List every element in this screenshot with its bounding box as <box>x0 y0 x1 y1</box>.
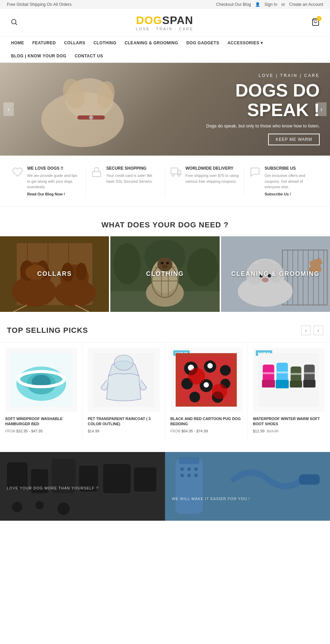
feature-delivery: WORLDWIDE DELIVERY Free shipping over $7… <box>165 166 244 196</box>
cleaning-label: CLEANING & GROOMING <box>221 236 330 312</box>
logo-text: DOGSPAN <box>136 14 194 27</box>
svg-line-1 <box>15 23 17 25</box>
checkout-blog-link[interactable]: Checkout Our Blog <box>216 2 251 7</box>
old-price-4: $19.99 <box>267 429 278 433</box>
product-name-2: PET TRANSPARENT RAINCOAT ( 3 COLOR OUTLI… <box>88 416 160 427</box>
svg-rect-9 <box>92 172 101 177</box>
top-selling-arrows: ‹ › <box>301 326 323 335</box>
product-card-2[interactable]: PET TRANSPARENT RAINCOAT ( 3 COLOR OUTLI… <box>82 342 165 438</box>
collars-label: COLLARS <box>0 236 109 312</box>
site-logo[interactable]: DOGSPAN LOVE · TRAIN · CARE <box>136 14 194 31</box>
svg-rect-93 <box>276 380 289 388</box>
cart-icon-wrap[interactable]: 0 <box>311 18 320 27</box>
product-name-3: BLACK AND RED CARTOON PUG DOG BEDDING <box>170 416 242 427</box>
truck-icon <box>170 167 182 180</box>
svg-rect-100 <box>291 373 301 375</box>
feature-title-1: WE LOVE DOGS !! <box>27 166 80 171</box>
search-icon-wrap[interactable] <box>10 18 18 27</box>
heart-icon <box>12 167 23 180</box>
feature-title-2: SECURE SHOPPING <box>106 166 160 171</box>
product-price-2: $14.99 <box>88 429 160 433</box>
top-bar: Free Global Shipping On All Orders. Chec… <box>0 0 330 9</box>
nav-collars[interactable]: COLLARS <box>60 36 89 49</box>
nav-clothing[interactable]: CLOTHING <box>89 36 121 49</box>
nav-cleaning[interactable]: CLEANING & GROOMING <box>121 36 183 49</box>
site-header: DOGSPAN LOVE · TRAIN · CARE 0 <box>0 9 330 36</box>
svg-rect-101 <box>304 372 315 374</box>
hero-prev-arrow[interactable]: ‹ <box>3 102 14 116</box>
feature-text-1: We are provide guide and tips to get alo… <box>27 173 80 190</box>
sign-in-link[interactable]: Sign In <box>264 2 277 7</box>
product-card-4[interactable]: SAVE $7 <box>248 342 330 438</box>
svg-point-110 <box>35 501 44 509</box>
nav-accessories[interactable]: ACCESSORIES ▾ <box>223 36 267 49</box>
product-placeholder-3 <box>170 348 242 412</box>
nav-blog[interactable]: BLOG | KNOW YOUR DOG <box>7 49 70 63</box>
ts-prev-arrow[interactable]: ‹ <box>301 326 311 335</box>
svg-point-8 <box>89 115 93 120</box>
nav-featured[interactable]: FEATURED <box>28 36 60 49</box>
hero-content: LOVE | TRAIN | CARE DOGS DOSPEAK ! Dogs … <box>206 73 320 145</box>
hero-subtitle: LOVE | TRAIN | CARE <box>206 73 320 78</box>
svg-rect-107 <box>103 464 131 493</box>
feature-link-4[interactable]: Subscribe Us ! <box>265 192 318 196</box>
product-price-4: $12.99 $19.99 <box>253 429 325 433</box>
svg-point-0 <box>12 20 16 24</box>
top-selling-title: TOP SELLING PICKS <box>7 326 88 335</box>
bottom-banners: LOVE YOUR DOG MORE THAN YOURSELF ? Easy … <box>0 452 330 521</box>
feature-text-4: Get exclusive offers and coupons. Get ah… <box>265 173 318 190</box>
svg-rect-113 <box>175 459 203 514</box>
hero-cta-button[interactable]: KEEP ME WARM <box>268 134 320 145</box>
product-image-2 <box>88 348 160 412</box>
svg-rect-103 <box>7 462 28 490</box>
hero-banner: LOVE | TRAIN | CARE DOGS DOSPEAK ! Dogs … <box>0 63 330 156</box>
bottom-banner-gadgets[interactable]: LOVE YOUR DOG MORE THAN YOURSELF ? Easy … <box>0 452 165 521</box>
product-image-1 <box>5 348 77 412</box>
hero-title: DOGS DOSPEAK ! <box>206 81 320 120</box>
nav-home[interactable]: HOME <box>7 36 28 49</box>
products-grid: SOFT WINDPROOF WASHABLE HAMBURGER BED FR… <box>0 342 330 438</box>
svg-rect-97 <box>304 380 316 387</box>
product-name-4: WATERPROOF WINTER WARM SOFT BOOT SHOES <box>253 416 325 427</box>
or-text: or <box>282 2 285 7</box>
svg-rect-10 <box>171 168 178 174</box>
what-section-title: WHAT DOES YOUR DOG NEED ? <box>0 207 330 236</box>
logo-dog: DOG <box>136 14 162 26</box>
feature-link-1[interactable]: Read Our Blog Now ! <box>27 192 80 196</box>
svg-point-119 <box>187 474 191 477</box>
category-collars[interactable]: COLLARS <box>0 236 109 312</box>
svg-point-88 <box>212 384 227 399</box>
clothing-label: CLOTHING <box>110 236 219 312</box>
hero-description: Dogs do speak, but only to those who kno… <box>206 123 320 128</box>
feature-secure-text: SECURE SHOPPING Your credit card is safe… <box>106 166 160 184</box>
product-price-3: FROM $64.95 - $74.99 <box>170 429 242 433</box>
product-price-1: FROM $32.95 - $47.95 <box>5 429 77 433</box>
ts-next-arrow[interactable]: › <box>314 326 323 335</box>
svg-rect-98 <box>263 372 274 374</box>
svg-rect-114 <box>179 457 199 464</box>
hero-next-arrow[interactable]: › <box>316 102 327 116</box>
feature-text-2: Your credit card is safe! We have SSL Se… <box>106 173 160 184</box>
create-account-link[interactable]: Create an Account <box>289 2 323 7</box>
category-clothing[interactable]: CLOTHING <box>110 236 219 312</box>
feature-love-dogs-text: WE LOVE DOGS !! We are provide guide and… <box>27 166 80 196</box>
category-cleaning[interactable]: CLEANING & GROOMING <box>221 236 330 312</box>
nav-contact[interactable]: CONTACT US <box>70 49 107 63</box>
svg-point-118 <box>180 474 184 477</box>
nav-gadgets[interactable]: DOG GADGETS <box>182 36 223 49</box>
product-placeholder-4 <box>253 348 325 412</box>
feature-title-4: SUBSCRIBE US <box>265 166 318 171</box>
logo-span: SPAN <box>162 14 194 26</box>
feature-love-dogs: WE LOVE DOGS !! We are provide guide and… <box>7 166 86 196</box>
product-card-1[interactable]: SOFT WINDPROOF WASHABLE HAMBURGER BED FR… <box>0 342 82 438</box>
svg-rect-91 <box>262 380 275 387</box>
feature-subscribe: SUBSCRIBE US Get exclusive offers and co… <box>244 166 323 196</box>
svg-point-109 <box>12 502 22 512</box>
bb-grooming-pre: WE WILL MAKE IT EASIER FOR YOU ! <box>172 497 274 501</box>
svg-point-111 <box>57 502 70 515</box>
product-card-3[interactable]: SAVE $8 <box>165 342 248 438</box>
bottom-banner-grooming[interactable]: WE WILL MAKE IT EASIER FOR YOU ! Cleanin… <box>165 452 330 521</box>
category-grid: COLLARS <box>0 236 330 326</box>
cart-badge: 0 <box>317 16 321 21</box>
product-placeholder-2 <box>88 348 160 412</box>
